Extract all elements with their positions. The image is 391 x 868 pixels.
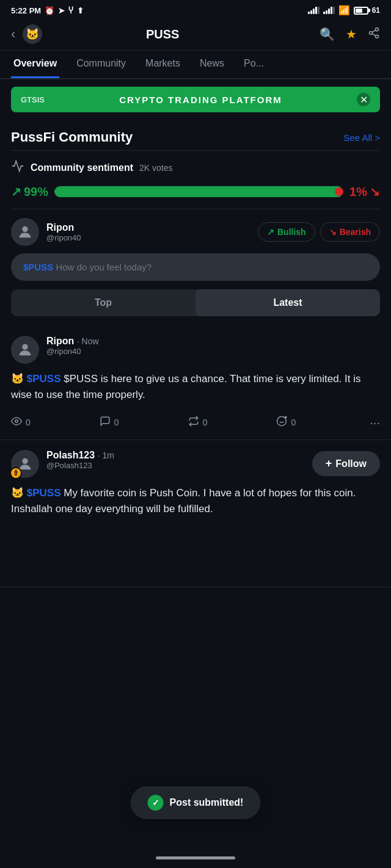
toast-message: Post submitted! [170, 797, 244, 808]
follow-button[interactable]: + Follow [312, 451, 380, 476]
tab-news[interactable]: News [197, 51, 227, 78]
current-username: Ripon [46, 222, 250, 233]
sentiment-buttons: ↗ Bullish ↘ Bearish [258, 222, 380, 242]
current-user-info: Ripon @ripon40 [46, 222, 250, 242]
advertisement-banner: GTSIS CRYPTO TRADING PLATFORM ✕ [11, 87, 380, 112]
post-handle-2: @Polash123 [46, 461, 305, 470]
search-icon[interactable]: 🔍 [320, 27, 335, 42]
see-all-link[interactable]: See All > [343, 132, 380, 143]
svg-point-13 [22, 458, 27, 463]
views-action[interactable]: 0 [11, 416, 100, 430]
reaction-action[interactable]: 0 [276, 416, 365, 430]
toast-notification: ✓ Post submitted! [131, 786, 261, 819]
post-ticker-tag[interactable]: $PUSS [27, 373, 61, 385]
post-item: Ripon · Now @ripon40 🐱 $PUSS $PUSS is he… [0, 326, 391, 440]
banner-logo: GTSIS [21, 95, 45, 104]
post-text-2: My favorite coin is Push Coin. I have a … [11, 487, 356, 515]
svg-point-7 [15, 419, 18, 422]
more-options-button[interactable]: ··· [365, 416, 380, 430]
reaction-icon [276, 416, 287, 430]
post-time-2: · 1m [98, 450, 114, 460]
upload-icon: ⬆ [77, 6, 84, 15]
sentiment-bar [54, 186, 343, 197]
post-body: 🐱 $PUSS $PUSS is here to give us a chanc… [11, 371, 380, 403]
current-user-handle: @ripon40 [46, 233, 250, 242]
status-time: 5:22 PM [11, 6, 41, 15]
community-section-header: PussFi Community See All > [0, 120, 391, 150]
banner-text: CRYPTO TRADING PLATFORM [119, 95, 282, 105]
svg-point-5 [22, 226, 27, 232]
alarm-icon: ⏰ [45, 6, 54, 15]
signal-bars-2 [323, 7, 335, 14]
post-header-2: ₿ Polash123 · 1m @Polash123 + Follow [11, 450, 380, 478]
post-emoji-2: 🐱 [11, 487, 24, 499]
retweet-count: 0 [203, 418, 208, 427]
comment-icon [100, 416, 111, 430]
tab-more[interactable]: Po... [241, 51, 266, 78]
battery-level: 61 [372, 6, 380, 15]
post-actions: 0 0 0 0 [11, 412, 380, 430]
post-avatar [11, 336, 39, 364]
signal-bars [308, 7, 320, 14]
bullish-button[interactable]: ↗ Bullish [258, 222, 315, 242]
bearish-button[interactable]: ↘ Bearish [320, 222, 380, 242]
post-user-info-2: Polash123 · 1m @Polash123 [46, 450, 305, 470]
payment-icon: Ⴤ [68, 6, 73, 15]
feed-toggle: Top Latest [11, 289, 380, 316]
post-ticker: $PUSS [23, 262, 53, 272]
main-tabs: Overview Community Markets News Po... [0, 51, 391, 79]
post-ticker-tag-2[interactable]: $PUSS [27, 487, 61, 499]
retweet-action[interactable]: 0 [188, 416, 277, 430]
page-title: PUSS [13, 27, 312, 42]
follow-label: Follow [335, 458, 367, 469]
reaction-count: 0 [291, 418, 296, 427]
bullish-percentage: ↗ 99% [11, 184, 48, 199]
svg-line-3 [372, 34, 376, 35]
sentiment-votes: 2K votes [139, 163, 172, 173]
current-user-avatar [11, 218, 39, 246]
header: ‹ 🐱 PUSS 🔍 ★ [0, 18, 391, 51]
eye-icon [11, 416, 22, 430]
post-avatar-wrapper: ₿ [11, 450, 39, 478]
post-emoji: 🐱 [11, 373, 24, 385]
post-body-2: 🐱 $PUSS My favorite coin is Push Coin. I… [11, 485, 380, 518]
post-text: $PUSS is here to give us a chance. That … [11, 373, 361, 400]
comments-count: 0 [114, 418, 119, 427]
post-header: Ripon · Now @ripon40 [11, 336, 380, 364]
sentiment-icon [11, 159, 24, 176]
wifi-icon: 📶 [338, 5, 350, 16]
tab-community[interactable]: Community [74, 51, 128, 78]
header-actions: 🔍 ★ [320, 27, 380, 42]
sentiment-row: Community sentiment 2K votes [0, 151, 391, 181]
share-icon[interactable] [368, 27, 380, 42]
post-user-info: Ripon · Now @ripon40 [46, 336, 380, 356]
bullish-up-arrow: ↗ [11, 184, 21, 199]
sentiment-bar-row: ↗ 99% 1% ↘ [0, 181, 391, 209]
home-bar [156, 856, 235, 859]
toggle-top[interactable]: Top [11, 289, 196, 316]
current-user-row: Ripon @ripon40 ↗ Bullish ↘ Bearish [0, 209, 391, 251]
follow-plus-icon: + [326, 457, 332, 470]
bookmark-icon[interactable]: ★ [346, 27, 357, 42]
toast-check-icon: ✓ [148, 795, 164, 811]
bullish-label: Bullish [277, 227, 306, 237]
post-input-field[interactable]: $PUSS How do you feel today? [11, 253, 380, 281]
post-item-2: ₿ Polash123 · 1m @Polash123 + Follow 🐱 $… [0, 440, 391, 588]
svg-line-4 [372, 30, 376, 32]
toggle-latest[interactable]: Latest [196, 289, 380, 316]
battery-icon [354, 7, 368, 15]
post-placeholder: How do you feel today? [56, 262, 152, 272]
bitcoin-badge: ₿ [10, 467, 22, 479]
tab-overview[interactable]: Overview [11, 51, 59, 78]
post-username-2: Polash123 [46, 450, 95, 460]
section-title: PussFi Community [11, 129, 133, 145]
nav-icon: ➤ [58, 6, 65, 15]
tab-markets[interactable]: Markets [143, 51, 183, 78]
sentiment-label: Community sentiment [31, 162, 133, 173]
banner-close-button[interactable]: ✕ [357, 93, 370, 106]
comments-action[interactable]: 0 [100, 416, 188, 430]
post-handle: @ripon40 [46, 347, 380, 356]
bullish-bar-fill [54, 186, 340, 197]
bearish-percentage: 1% ↘ [349, 184, 380, 199]
post-time: · Now [77, 336, 99, 346]
